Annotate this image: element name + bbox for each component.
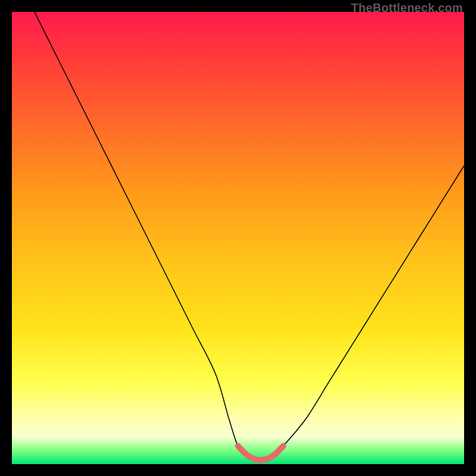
flat-bottom-highlight [238, 446, 283, 461]
watermark-text: TheBottleneck.com [351, 1, 463, 15]
chart-frame: TheBottleneck.com [0, 0, 476, 476]
plot-area [12, 12, 464, 464]
bottleneck-curve [35, 12, 464, 460]
curve-svg [12, 12, 464, 464]
